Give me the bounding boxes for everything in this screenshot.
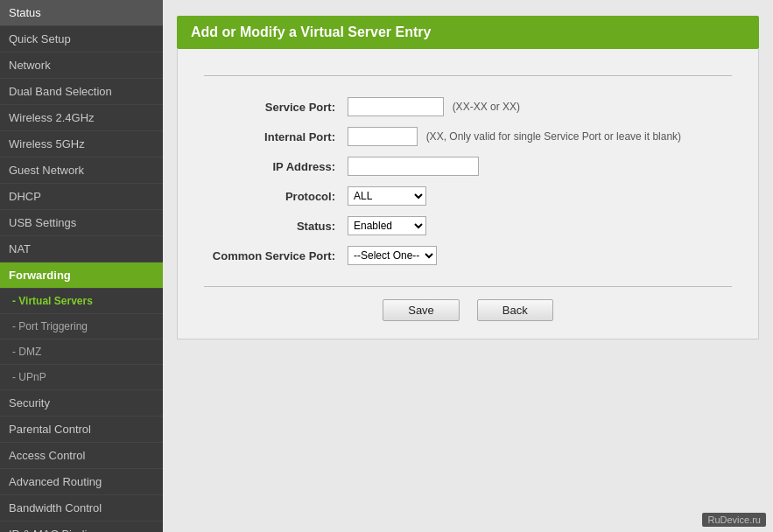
sidebar-item-port-triggering[interactable]: - Port Triggering — [0, 314, 163, 340]
protocol-select[interactable]: ALL TCP UDP TCP/UDP — [348, 186, 426, 206]
ip-address-label: IP Address: — [204, 151, 344, 181]
protocol-row: Protocol: ALL TCP UDP TCP/UDP — [204, 181, 732, 211]
sidebar-item-ip-mac[interactable]: IP & MAC Binding — [0, 522, 163, 532]
sidebar-item-advanced-routing[interactable]: Advanced Routing — [0, 469, 163, 495]
page-header: Add or Modify a Virtual Server Entry — [177, 16, 759, 49]
sidebar-item-bandwidth[interactable]: Bandwidth Control — [0, 495, 163, 522]
sidebar-item-access-control[interactable]: Access Control — [0, 443, 163, 469]
sidebar-item-security[interactable]: Security — [0, 390, 163, 416]
ip-address-cell — [344, 151, 732, 181]
sidebar-item-wireless-5[interactable]: Wireless 5GHz — [0, 131, 163, 158]
status-row: Status: Enabled Disabled — [204, 211, 732, 241]
sidebar-item-dhcp[interactable]: DHCP — [0, 184, 163, 210]
sidebar-item-network[interactable]: Network — [0, 52, 163, 79]
form-table: Service Port: (XX-XX or XX) Internal Por… — [204, 92, 732, 270]
sidebar-item-wireless-24[interactable]: Wireless 2.4GHz — [0, 105, 163, 131]
internal-port-hint: (XX, Only valid for single Service Port … — [426, 130, 681, 143]
sidebar-item-dual-band[interactable]: Dual Band Selection — [0, 79, 163, 105]
protocol-cell: ALL TCP UDP TCP/UDP — [344, 181, 732, 211]
common-service-select[interactable]: --Select One-- FTP HTTP HTTPS Telnet SMT… — [348, 246, 437, 265]
internal-port-cell: (XX, Only valid for single Service Port … — [344, 122, 732, 151]
ip-address-row: IP Address: — [204, 151, 732, 181]
common-service-label: Common Service Port: — [204, 241, 344, 270]
sidebar-item-forwarding[interactable]: Forwarding — [0, 262, 163, 289]
sidebar-item-upnp[interactable]: - UPnP — [0, 365, 163, 390]
common-service-row: Common Service Port: --Select One-- FTP … — [204, 241, 732, 270]
watermark: RuDevice.ru — [702, 513, 766, 527]
top-divider — [204, 75, 732, 76]
sidebar-item-quick-setup[interactable]: Quick Setup — [0, 26, 163, 52]
status-select[interactable]: Enabled Disabled — [348, 216, 426, 235]
service-port-input[interactable] — [348, 97, 444, 116]
service-port-hint: (XX-XX or XX) — [453, 101, 520, 113]
internal-port-input[interactable] — [348, 127, 418, 146]
sidebar-item-guest-network[interactable]: Guest Network — [0, 158, 163, 184]
sidebar-item-status[interactable]: Status — [0, 0, 163, 26]
sidebar-item-parental[interactable]: Parental Control — [0, 416, 163, 443]
save-button[interactable]: Save — [383, 299, 460, 321]
button-row: Save Back — [204, 299, 732, 321]
bottom-divider — [204, 286, 732, 287]
status-cell: Enabled Disabled — [344, 211, 732, 241]
common-service-cell: --Select One-- FTP HTTP HTTPS Telnet SMT… — [344, 241, 732, 270]
internal-port-row: Internal Port: (XX, Only valid for singl… — [204, 122, 732, 151]
sidebar: StatusQuick SetupNetworkDual Band Select… — [0, 0, 163, 532]
service-port-label: Service Port: — [204, 92, 344, 122]
sidebar-item-dmz[interactable]: - DMZ — [0, 340, 163, 365]
status-label: Status: — [204, 211, 344, 241]
service-port-row: Service Port: (XX-XX or XX) — [204, 92, 732, 122]
service-port-cell: (XX-XX or XX) — [344, 92, 732, 122]
sidebar-item-usb[interactable]: USB Settings — [0, 210, 163, 236]
back-button[interactable]: Back — [477, 299, 553, 321]
main-content: Add or Modify a Virtual Server Entry Ser… — [163, 0, 773, 532]
sidebar-item-nat[interactable]: NAT — [0, 236, 163, 262]
sidebar-item-virtual-servers[interactable]: - Virtual Servers — [0, 289, 163, 314]
ip-address-input[interactable] — [348, 157, 479, 176]
content-area: Service Port: (XX-XX or XX) Internal Por… — [177, 49, 759, 340]
protocol-label: Protocol: — [204, 181, 344, 211]
internal-port-label: Internal Port: — [204, 122, 344, 151]
